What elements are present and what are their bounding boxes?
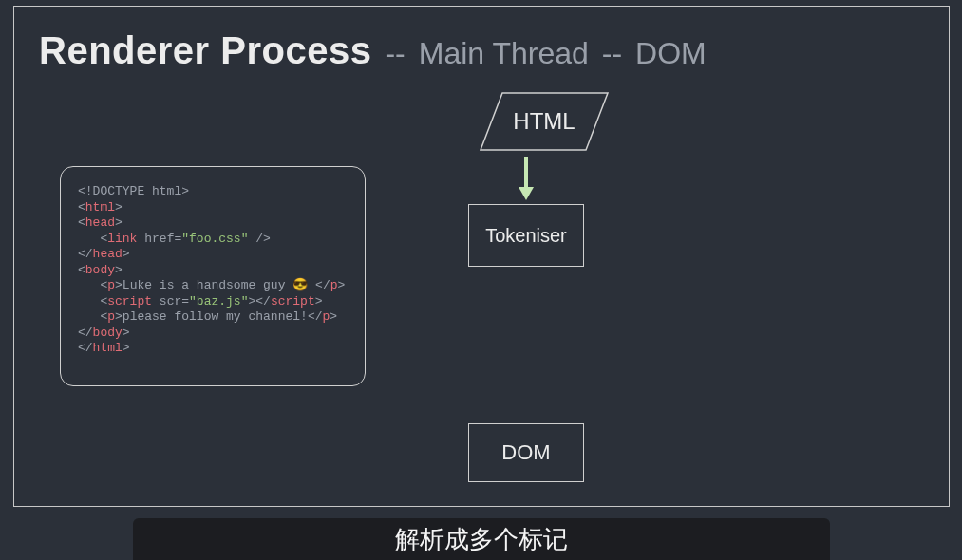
- code-token: <: [78, 294, 107, 308]
- code-token: >: [115, 200, 123, 215]
- code-token: </: [315, 278, 330, 292]
- slide-frame: Renderer Process -- Main Thread -- DOM <…: [13, 6, 950, 507]
- html-node: HTML: [480, 92, 609, 151]
- code-snippet-card: <!DOCTYPE html> <html> <head> <link href…: [60, 166, 366, 386]
- code-token: <!DOCTYPE html>: [78, 184, 189, 198]
- code-token: body: [85, 263, 115, 277]
- code-token: p: [107, 309, 115, 324]
- code-token: >: [115, 278, 123, 292]
- code-token: >: [123, 341, 130, 355]
- tokeniser-node: Tokeniser: [468, 204, 584, 267]
- code-token: html: [93, 341, 123, 355]
- code-token: >: [115, 309, 123, 324]
- code-token: link: [107, 232, 137, 246]
- code-token: <: [78, 215, 85, 230]
- code-token: body: [93, 326, 123, 340]
- code-token: </: [78, 341, 93, 355]
- heading-sep-2: --: [602, 36, 622, 71]
- code-token: p: [330, 278, 338, 292]
- code-token: >: [330, 309, 337, 324]
- code-token: "foo.css": [181, 232, 248, 246]
- caption-text: 解析成多个标记: [395, 523, 568, 556]
- code-token: >: [115, 215, 123, 230]
- code-token: Luke is a handsome guy 😎: [123, 278, 315, 292]
- code-token: <: [78, 200, 85, 215]
- slide-heading: Renderer Process -- Main Thread -- DOM: [39, 29, 707, 72]
- code-token: </: [308, 309, 323, 324]
- code-token: script: [271, 294, 315, 308]
- code-token: script: [107, 294, 152, 308]
- dom-node: DOM: [468, 423, 584, 482]
- code-token: >: [115, 263, 123, 277]
- code-token: </: [78, 247, 93, 261]
- code-token: href=: [137, 232, 181, 246]
- heading-main: Renderer Process: [39, 29, 371, 72]
- arrow-html-to-tokeniser: [524, 157, 528, 200]
- code-token: <: [78, 232, 107, 246]
- code-token: html: [85, 200, 115, 215]
- code-token: >: [315, 294, 323, 308]
- code-token: head: [93, 247, 123, 261]
- code-token: />: [248, 232, 270, 246]
- code-token: >: [123, 247, 130, 261]
- code-token: <: [78, 278, 107, 292]
- code-token: >: [338, 278, 346, 292]
- code-token: ></: [248, 294, 270, 308]
- heading-sub-2: DOM: [635, 36, 707, 71]
- code-token: </: [78, 326, 93, 340]
- heading-sep-1: --: [385, 36, 405, 71]
- code-token: <: [78, 309, 107, 324]
- tokeniser-node-label: Tokeniser: [485, 225, 567, 247]
- code-token: scr=: [152, 294, 189, 308]
- code-token: <: [78, 263, 85, 277]
- code-token: >: [123, 326, 130, 340]
- video-caption: 解析成多个标记: [133, 518, 830, 560]
- code-token: head: [85, 215, 115, 230]
- dom-node-label: DOM: [501, 440, 550, 465]
- code-token: please follow my channel!: [123, 309, 308, 324]
- html-node-label: HTML: [513, 108, 575, 135]
- code-token: p: [107, 278, 115, 292]
- heading-sub-1: Main Thread: [419, 36, 589, 71]
- code-token: "baz.js": [189, 294, 248, 308]
